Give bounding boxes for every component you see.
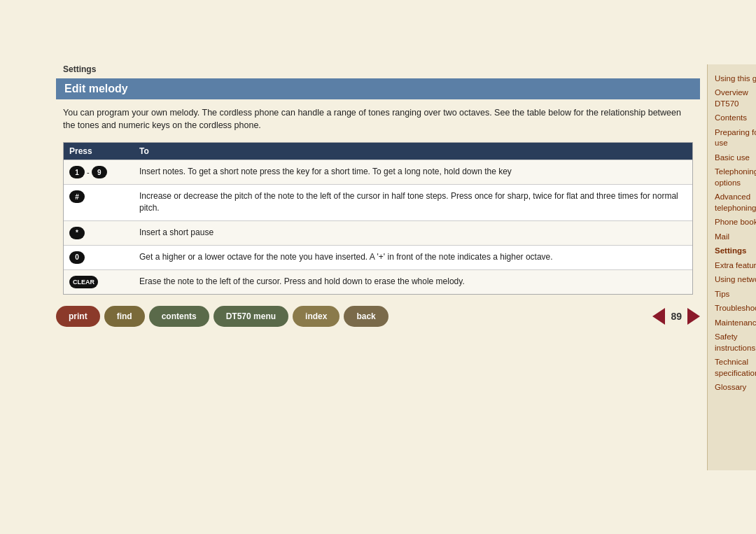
table-row: 0 Get a higher or a lower octave for the… [64,245,692,269]
sidebar-item-glossary[interactable]: Glossary [715,381,756,394]
sidebar-item-advanced-telephoning[interactable]: Advanced telephoning [715,191,756,214]
sidebar-item-contents[interactable]: Contents [715,112,756,125]
dt570-button[interactable]: DT570 menu [214,306,288,327]
col-press: Press [69,146,139,156]
sidebar-item-maintenance[interactable]: Maintenance [715,317,756,330]
bottom-nav: print find contents DT570 menu index bac… [56,306,700,327]
sidebar: Using this guide Overview DT570 Contents… [707,64,756,470]
content-area: Settings Edit melody You can program you… [56,64,707,470]
sidebar-item-basic-use[interactable]: Basic use [715,152,756,164]
key-badge-hash: # [69,190,85,203]
col-to: To [139,146,687,156]
sidebar-item-using-networks[interactable]: Using networks [715,274,756,286]
sidebar-item-telephoning-options[interactable]: Telephoning options [715,166,756,189]
intro-text: You can program your own melody. The cor… [56,106,700,133]
sidebar-item-using-this-guide[interactable]: Using this guide [715,73,756,85]
desc-cell: Insert notes. To get a short note press … [139,166,687,178]
key-badge-9: 9 [92,166,107,178]
key-badge-0: 0 [69,251,85,264]
page-number: 89 [671,311,682,322]
desc-cell: Get a higher or a lower octave for the n… [139,251,687,263]
sidebar-item-phone-book[interactable]: Phone book [715,216,756,229]
table-row: CLEAR Erase the note to the left of the … [64,269,692,294]
page-number-area: 89 [652,308,700,325]
table-row: 1 - 9 Insert notes. To get a short note … [64,160,692,184]
back-button[interactable]: back [344,306,388,327]
sidebar-item-troubleshooting[interactable]: Troubleshooting [715,302,756,315]
desc-cell: Increase or decrease the pitch of the no… [139,190,687,215]
prev-page-button[interactable] [652,308,665,325]
key-cell: 1 - 9 [69,166,139,178]
desc-cell: Insert a short pause [139,227,687,239]
page-title: Edit melody [56,78,700,99]
key-cell: # [69,190,139,203]
breadcrumb: Settings [56,64,700,74]
key-table: Press To 1 - 9 Insert notes. To get a sh… [63,142,693,295]
sidebar-item-technical-specifications[interactable]: Technical specifications [715,356,756,379]
sidebar-item-safety-instructions[interactable]: Safety instructions [715,331,756,354]
desc-cell: Erase the note to the left of the cursor… [139,276,687,288]
sidebar-item-settings[interactable]: Settings [715,245,756,258]
table-row: * Insert a short pause [64,220,692,245]
next-page-button[interactable] [687,308,700,325]
sidebar-item-mail[interactable]: Mail [715,231,756,244]
find-button[interactable]: find [104,306,145,327]
index-button[interactable]: index [293,306,340,327]
key-cell: 0 [69,251,139,264]
sidebar-item-preparing[interactable]: Preparing for use [715,127,756,150]
contents-button[interactable]: contents [149,306,209,327]
sidebar-item-tips[interactable]: Tips [715,288,756,301]
sidebar-item-overview[interactable]: Overview DT570 [715,87,756,110]
table-row: # Increase or decrease the pitch of the … [64,184,692,220]
table-header: Press To [64,143,692,160]
key-range: 1 - 9 [69,166,107,178]
key-badge-star: * [69,227,85,239]
print-button[interactable]: print [56,306,100,327]
key-cell: * [69,227,139,239]
key-cell: CLEAR [69,276,139,288]
key-badge-1: 1 [69,166,85,178]
page-wrapper: Settings Edit melody You can program you… [0,0,756,534]
key-badge-clear: CLEAR [69,276,98,288]
sidebar-item-extra-features[interactable]: Extra features [715,260,756,272]
